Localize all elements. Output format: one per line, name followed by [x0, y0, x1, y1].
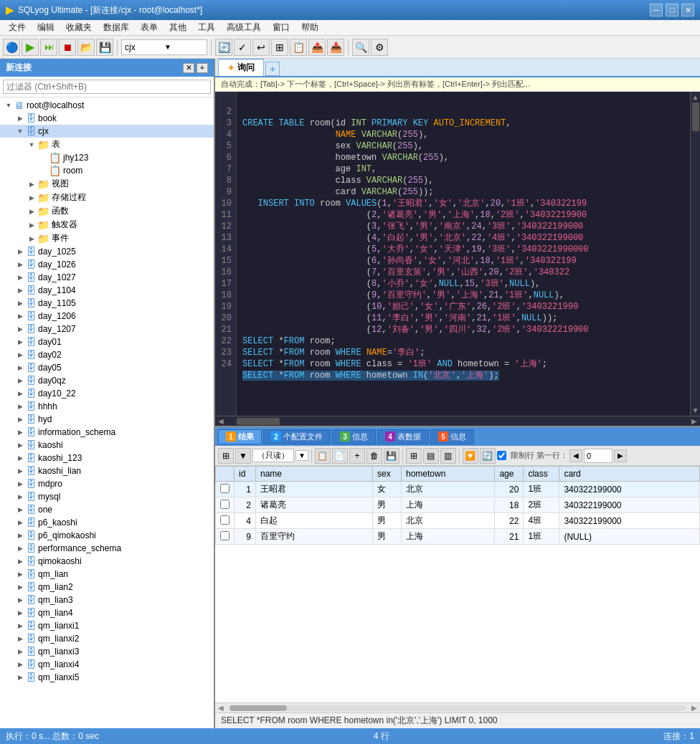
- tree-item-mdpro[interactable]: ▶ 🗄 mdpro: [0, 477, 214, 490]
- tree-item-qm-lian2[interactable]: ▶ 🗄 qm_lian2: [0, 581, 214, 593]
- scroll-down-arrow[interactable]: ▼: [691, 405, 700, 416]
- result-copy-btn[interactable]: 📋: [315, 448, 331, 464]
- menu-help[interactable]: 帮助: [295, 20, 324, 35]
- row-checkbox[interactable]: [220, 500, 230, 509]
- menu-file[interactable]: 文件: [3, 20, 32, 35]
- menu-tools[interactable]: 工具: [192, 20, 221, 35]
- grid-hscroll-left[interactable]: ◀: [215, 702, 227, 713]
- row-checkbox[interactable]: [220, 515, 230, 525]
- result-delete-row-btn[interactable]: 🗑: [366, 448, 382, 464]
- tree-item-root[interactable]: ▼ 🖥 root@localhost: [0, 99, 214, 112]
- tree-item-qm-lianxi3[interactable]: ▶ 🗄 qm_lianxi3: [0, 645, 214, 658]
- tree-item-function-folder[interactable]: ▶ 📁 函数: [0, 204, 214, 218]
- tree-item-day-1027[interactable]: ▶ 🗄 day_1027: [0, 271, 214, 284]
- tree-item-mysql[interactable]: ▶ 🗄 mysql: [0, 490, 214, 503]
- hscroll-thumb[interactable]: [237, 418, 280, 425]
- tree-item-table-folder[interactable]: ▼ 📁 表: [0, 138, 214, 151]
- tree-item-day-1206[interactable]: ▶ 🗄 day_1206: [0, 310, 214, 323]
- vertical-scrollbar[interactable]: ▲ ▼: [690, 92, 700, 416]
- tree-item-performance-schema[interactable]: ▶ 🗄 performance_schema: [0, 542, 214, 555]
- row-checkbox[interactable]: [220, 531, 230, 540]
- menu-database[interactable]: 数据库: [98, 20, 135, 35]
- col-header-name[interactable]: name: [256, 467, 373, 482]
- tree-item-procedure-folder[interactable]: ▶ 📁 存储过程: [0, 191, 214, 204]
- tree-item-event-folder[interactable]: ▶ 📁 事件: [0, 232, 214, 245]
- tree-item-view-folder[interactable]: ▶ 📁 视图: [0, 177, 214, 191]
- row-prev-btn[interactable]: ◀: [569, 449, 582, 462]
- tree-item-qm-lian4[interactable]: ▶ 🗄 qm_lian4: [0, 606, 214, 619]
- readonly-dropdown[interactable]: ▼: [295, 450, 308, 461]
- col-header-class[interactable]: class: [524, 467, 559, 482]
- menu-favorites[interactable]: 收藏夹: [60, 20, 98, 35]
- col-header-age[interactable]: age: [495, 467, 524, 482]
- tree-item-cjx[interactable]: ▼ 🗄 cjx: [0, 125, 214, 138]
- close-button[interactable]: ✕: [681, 4, 694, 16]
- tree-item-day-1025[interactable]: ▶ 🗄 day_1025: [0, 245, 214, 258]
- col-header-sex[interactable]: sex: [373, 467, 402, 482]
- search-button[interactable]: 🔍: [352, 39, 369, 56]
- menu-edit[interactable]: 编辑: [32, 20, 60, 35]
- data-grid[interactable]: id name sex hometown age class card 1: [215, 466, 700, 702]
- query-tab-main[interactable]: ✦ 询问: [218, 59, 264, 76]
- table-row[interactable]: 2 诸葛亮 男 上海 18 2班 340322199000: [216, 497, 700, 513]
- result-dropdown-btn[interactable]: ▼: [235, 448, 251, 464]
- open-file-button[interactable]: 📂: [77, 39, 95, 56]
- tree-item-day-1026[interactable]: ▶ 🗄 day_1026: [0, 258, 214, 271]
- tree-item-kaoshi-lian[interactable]: ▶ 🗄 kaoshi_lian: [0, 464, 214, 477]
- code-editor[interactable]: 2 3 4 5 6 7 8 9 10 11 12 13 14 15 16 17: [215, 92, 700, 416]
- tree-item-book[interactable]: ▶ 🗄 book: [0, 112, 214, 125]
- save-button[interactable]: 💾: [96, 39, 113, 56]
- export-button[interactable]: 📤: [308, 39, 326, 56]
- table-row[interactable]: 9 百里守约 男 上海 21 1班 (NULL): [216, 529, 700, 545]
- menu-other[interactable]: 其他: [164, 20, 192, 35]
- table-row[interactable]: 1 王昭君 女 北京 20 1班 340322199000: [216, 482, 700, 497]
- new-connection-button[interactable]: 🔵: [3, 39, 20, 56]
- row-limit-checkbox[interactable]: [497, 451, 506, 460]
- result-save-btn[interactable]: 💾: [384, 448, 399, 464]
- window-controls[interactable]: ─ □ ✕: [650, 4, 694, 16]
- hscroll-left-arrow[interactable]: ◀: [215, 416, 227, 426]
- scroll-thumb[interactable]: [692, 102, 699, 131]
- grid-view-button[interactable]: ⊞: [271, 39, 288, 56]
- result-table-view-btn[interactable]: ⊞: [406, 448, 422, 464]
- col-header-card[interactable]: card: [559, 467, 700, 482]
- run-button[interactable]: ▶: [22, 39, 39, 56]
- grid-hscroll-thumb[interactable]: [230, 705, 287, 711]
- grid-hscroll-right[interactable]: ▶: [689, 702, 700, 713]
- result-tab-5[interactable]: 5 信息: [430, 429, 474, 444]
- tree-item-hhhh[interactable]: ▶ 🗄 hhhh: [0, 400, 214, 413]
- menu-advanced[interactable]: 高级工具: [221, 20, 267, 35]
- result-paste-btn[interactable]: 📄: [332, 448, 348, 464]
- tree-item-trigger-folder[interactable]: ▶ 📁 触发器: [0, 218, 214, 232]
- add-query-tab-button[interactable]: +: [265, 62, 280, 76]
- connection-add-btn[interactable]: +: [197, 63, 208, 73]
- tree-item-one[interactable]: ▶ 🗄 one: [0, 503, 214, 516]
- result-refresh-btn[interactable]: 🔄: [480, 448, 496, 464]
- tree-item-day10-22[interactable]: ▶ 🗄 day10_22: [0, 387, 214, 400]
- scroll-up-arrow[interactable]: ▲: [691, 92, 700, 102]
- tree-item-day05[interactable]: ▶ 🗄 day05: [0, 361, 214, 374]
- refresh-button[interactable]: 🔄: [215, 39, 232, 56]
- tree-item-kaoshi[interactable]: ▶ 🗄 kaoshi: [0, 439, 214, 452]
- tree-item-p6-kaoshi[interactable]: ▶ 🗄 p6_kaoshi: [0, 516, 214, 529]
- tree-item-hyd[interactable]: ▶ 🗄 hyd: [0, 413, 214, 426]
- tree-item-room[interactable]: 📋 room: [0, 164, 214, 177]
- tree-item-qm-lian[interactable]: ▶ 🗄 qm_lian: [0, 568, 214, 581]
- import-button[interactable]: 📥: [327, 39, 344, 56]
- tree-item-qm-lianxi4[interactable]: ▶ 🗄 qm_lianxi4: [0, 658, 214, 671]
- result-tab-4[interactable]: 4 表数据: [377, 429, 429, 444]
- result-form-view-btn[interactable]: ▤: [423, 448, 439, 464]
- tree-item-information-schema[interactable]: ▶ 🗄 information_schema: [0, 426, 214, 439]
- col-header-hometown[interactable]: hometown: [402, 467, 495, 482]
- tree-item-qm-lianxi1[interactable]: ▶ 🗄 qm_lianxi1: [0, 619, 214, 632]
- tree-item-qimokaoshi[interactable]: ▶ 🗄 qimokaoshi: [0, 555, 214, 568]
- result-filter-btn[interactable]: 🔽: [463, 448, 478, 464]
- menu-window[interactable]: 窗口: [267, 20, 295, 35]
- result-tab-3[interactable]: 3 信息: [332, 429, 376, 444]
- tree-item-qm-lianxi5[interactable]: ▶ 🗄 qm_lianxi5: [0, 671, 214, 684]
- result-tab-1[interactable]: 1 结果: [218, 429, 262, 444]
- tree-item-kaoshi-123[interactable]: ▶ 🗄 kaoshi_123: [0, 452, 214, 464]
- tree-item-qm-lianxi2[interactable]: ▶ 🗄 qm_lianxi2: [0, 632, 214, 645]
- tree-item-qm-lian3[interactable]: ▶ 🗄 qm_lian3: [0, 593, 214, 606]
- row-checkbox[interactable]: [220, 484, 230, 493]
